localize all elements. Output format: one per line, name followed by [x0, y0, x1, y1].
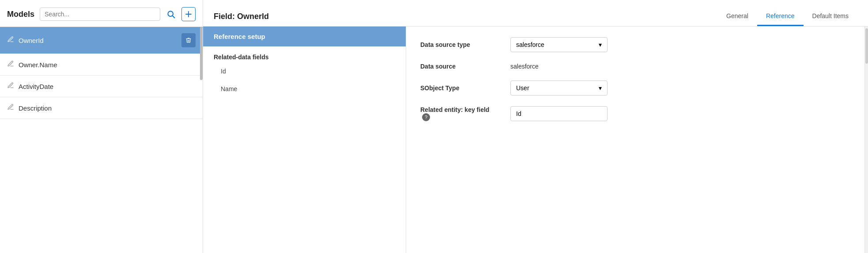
right-scrollbar[interactable]	[864, 27, 868, 253]
field-title: Field: OwnerId	[214, 12, 717, 21]
sobject-type-row: SObject Type User ▾	[420, 80, 850, 96]
tab-nav: General Reference Default Items	[717, 7, 857, 26]
edit-icon	[7, 104, 14, 112]
data-source-value: salesforce	[510, 63, 539, 70]
svg-line-1	[173, 16, 175, 18]
data-source-type-select[interactable]: salesforce ▾	[510, 37, 608, 52]
data-source-type-value: salesforce	[516, 41, 544, 48]
data-source-label: Data source	[420, 63, 500, 70]
list-item[interactable]: Description	[0, 97, 203, 119]
ref-setup-body: Related-data fields Id Name	[203, 46, 406, 100]
item-label: Description	[19, 104, 196, 112]
add-model-button[interactable]	[181, 7, 196, 21]
chevron-down-icon: ▾	[599, 41, 602, 48]
search-button[interactable]	[164, 7, 178, 21]
ref-sidebar: Reference setup Related-data fields Id N…	[203, 27, 406, 253]
scrollbar-thumb[interactable]	[200, 27, 203, 80]
chevron-down-icon: ▾	[599, 84, 602, 92]
related-data-fields-label: Related-data fields	[214, 54, 395, 61]
sobject-type-select[interactable]: User ▾	[510, 80, 608, 96]
edit-icon	[7, 82, 14, 91]
related-entity-key-field-label: Related entity: key field	[420, 106, 500, 113]
tab-default-items[interactable]: Default Items	[804, 7, 857, 26]
edit-icon	[7, 36, 14, 45]
edit-icon	[7, 60, 14, 69]
ref-setup-header: Reference setup	[203, 27, 406, 46]
list-item[interactable]: OwnerId	[0, 27, 203, 54]
left-header: Models	[0, 0, 203, 27]
search-input[interactable]	[40, 8, 160, 21]
help-icon[interactable]: ?	[422, 113, 430, 121]
right-content: Reference setup Related-data fields Id N…	[203, 27, 868, 253]
tab-general[interactable]: General	[717, 7, 757, 26]
related-entity-key-field-row: Related entity: key field ?	[420, 106, 850, 121]
ref-field-id[interactable]: Id	[221, 68, 395, 75]
item-label: Owner.Name	[19, 61, 196, 69]
models-title: Models	[7, 10, 34, 19]
right-panel: Field: OwnerId General Reference Default…	[203, 0, 868, 253]
data-source-row: Data source salesforce	[420, 63, 850, 70]
sobject-type-value: User	[516, 84, 529, 92]
delete-button[interactable]	[181, 33, 196, 47]
data-source-type-row: Data source type salesforce ▾	[420, 37, 850, 52]
trash-icon	[185, 37, 192, 43]
config-area: Data source type salesforce ▾ Data sourc…	[406, 27, 864, 253]
list-item[interactable]: ActivityDate	[0, 76, 203, 97]
sobject-type-label: SObject Type	[420, 84, 500, 92]
right-header: Field: OwnerId General Reference Default…	[203, 0, 868, 27]
tab-reference[interactable]: Reference	[757, 7, 804, 26]
ref-field-name[interactable]: Name	[221, 85, 395, 92]
plus-icon	[185, 10, 192, 18]
model-list: OwnerId Owner.Name	[0, 27, 203, 253]
left-panel: Models OwnerId	[0, 0, 203, 253]
search-icon	[166, 10, 175, 19]
scrollbar-right-thumb	[865, 28, 868, 64]
ref-field-list: Id Name	[214, 68, 395, 92]
related-entity-key-field-input[interactable]	[510, 106, 608, 121]
list-item[interactable]: Owner.Name	[0, 54, 203, 76]
data-source-type-label: Data source type	[420, 41, 500, 48]
item-label: OwnerId	[19, 37, 177, 44]
item-label: ActivityDate	[19, 83, 196, 90]
